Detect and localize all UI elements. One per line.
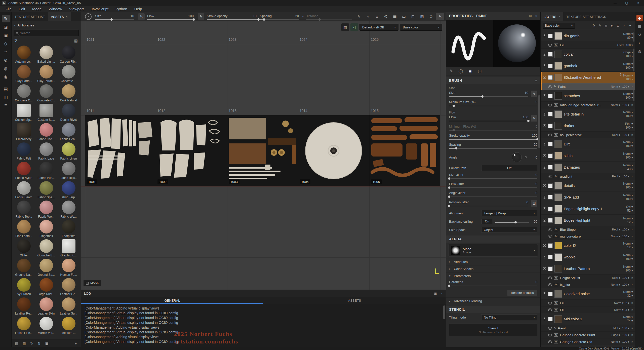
blend-mode-dropdown[interactable]: Cdge ▾: [623, 51, 633, 54]
close-tab-icon[interactable]: ×: [558, 15, 560, 19]
asset-item-ground-na[interactable]: Ground Na...: [13, 259, 35, 278]
slider-flow-jitter[interactable]: [449, 187, 537, 188]
layer-mask-thumbnail[interactable]: [548, 317, 553, 321]
remove-effect-icon[interactable]: ×: [631, 103, 633, 106]
slider-minimum-flow[interactable]: [449, 130, 537, 131]
visibility-eye-icon[interactable]: [548, 104, 552, 106]
opacity-dropdown[interactable]: 100 ▾: [626, 126, 633, 130]
properties-scrollbar[interactable]: [538, 95, 540, 148]
layer-thumbnail[interactable]: [554, 140, 562, 148]
layer-row-damages[interactable]: DamagesNorm ▾43 ▾: [541, 161, 635, 173]
layer-row-80sleatherweathered[interactable]: 80sLeatherWeathered2Norm ▾100 ▾: [541, 71, 635, 83]
blend-mode-dropdown[interactable]: Norm ▾: [623, 290, 633, 294]
blend-mode-dropdown[interactable]: Norm ▾: [623, 253, 633, 257]
opacity-dropdown[interactable]: 100 ▾: [622, 333, 629, 337]
opacity-dropdown[interactable]: 32 ▾: [627, 294, 633, 298]
layer-mask-thumbnail[interactable]: [548, 142, 553, 146]
add-fill-icon[interactable]: ▨: [603, 23, 609, 28]
visibility-eye-icon[interactable]: [543, 318, 546, 320]
layer-thumbnail[interactable]: [554, 242, 562, 249]
blend-mode-dropdown[interactable]: Norm ▾: [611, 283, 620, 286]
collapse-advanced-blending[interactable]: ▸Advanced Blending: [446, 297, 540, 304]
blend-mode-dropdown[interactable]: Norm ▾: [623, 193, 633, 197]
menu-edit[interactable]: Edit: [15, 6, 29, 12]
blend-mode-dropdown[interactable]: Norm ▾: [623, 217, 633, 220]
asset-item-fingernail[interactable]: Fingernail: [35, 220, 57, 239]
blend-mode-dropdown[interactable]: Norm ▾: [611, 340, 620, 343]
stencil-drop-area[interactable]: StencilNo Resource Selected: [449, 324, 537, 336]
menu-help[interactable]: Help: [131, 6, 146, 12]
visibility-eye-icon[interactable]: [543, 196, 546, 199]
2d-view-button[interactable]: ▭: [399, 13, 408, 20]
blend-mode-dropdown[interactable]: Pthr ▾: [625, 122, 633, 126]
layer-row-paint[interactable]: ✎PaintNorm ▾100 ▾×: [541, 83, 635, 90]
slider-angle-jitter[interactable]: [449, 197, 537, 197]
slider-minimum-size[interactable]: [449, 106, 537, 106]
layer-thumbnail[interactable]: [554, 164, 562, 171]
visibility-eye-icon[interactable]: [543, 292, 546, 295]
asset-item-fabric-puc[interactable]: Fabric Puc...: [35, 162, 57, 181]
asset-item-leather-re[interactable]: Leather Re...: [13, 297, 35, 317]
visibility-eye-icon[interactable]: [543, 53, 546, 56]
opacity-dropdown[interactable]: 100 ▾: [626, 54, 633, 58]
list-view-icon[interactable]: ▤: [14, 340, 20, 346]
baking-mode-button[interactable]: ⊙: [427, 13, 435, 20]
blend-mode-dropdown[interactable]: Repl ▾: [612, 133, 620, 137]
layer-thumbnail[interactable]: [554, 290, 562, 298]
layer-row-gombok[interactable]: gombokNorm ▾100 ▾: [541, 60, 635, 71]
collapse-attributes[interactable]: ▸Attributes: [446, 258, 540, 265]
layer-row-details[interactable]: detailsNorm ▾100 ▾: [541, 180, 635, 191]
asset-item-concrete[interactable]: Concrete ...: [57, 65, 80, 84]
slider-size-jitter[interactable]: [449, 178, 537, 179]
opacity-dropdown[interactable]: 100 ▾: [626, 43, 633, 47]
opacity-dropdown[interactable]: 100 ▾: [622, 133, 629, 137]
layer-row-darker[interactable]: darkerPthr ▾100 ▾: [541, 120, 635, 131]
remove-effect-icon[interactable]: ×: [631, 228, 633, 231]
menu-javascript[interactable]: JavaScript: [87, 6, 112, 12]
collapse-color-spaces[interactable]: ▸Color Spaces: [446, 265, 540, 272]
visibility-eye-icon[interactable]: [543, 256, 546, 258]
layer-thumbnail[interactable]: [554, 152, 562, 160]
layer-row-fx-blur[interactable]: fxfx_blurNorm ▾100 ▾×: [541, 281, 635, 288]
menu-window[interactable]: Window: [45, 6, 66, 12]
visibility-eye-icon[interactable]: [543, 124, 546, 127]
opacity-dropdown[interactable]: 100 ▾: [626, 186, 633, 189]
opacity-dropdown[interactable]: 12 ▾: [627, 220, 633, 224]
slider-backface-culling[interactable]: [495, 222, 529, 223]
blend-mode-dropdown[interactable]: Norm ▾: [623, 74, 633, 77]
symmetry-icon[interactable]: △: [364, 13, 372, 20]
menu-file[interactable]: File: [2, 6, 15, 12]
slider-spacing[interactable]: [449, 148, 537, 149]
radial-symmetry-icon[interactable]: ▲: [373, 13, 381, 20]
layer-mask-thumbnail[interactable]: [548, 94, 553, 98]
geometry-mask-tool[interactable]: ▤: [2, 85, 10, 93]
blend-mode-dropdown[interactable]: Norm ▾: [623, 110, 633, 114]
blend-mode-dropdown[interactable]: Repl ▾: [612, 228, 620, 231]
add-layer-icon[interactable]: +: [627, 23, 633, 28]
asset-item-fabric-top[interactable]: Fabric Top...: [13, 201, 35, 220]
asset-item-fabric-seam[interactable]: Fabric Seam: [13, 181, 35, 201]
import-resources-icon[interactable]: ⇅: [36, 340, 42, 346]
blend-mode-dropdown[interactable]: Norm ▾: [614, 308, 623, 312]
layer-row-edges-highlight[interactable]: Edges HighlightNorm ▾12 ▾: [541, 214, 635, 226]
backface-toggle[interactable]: On: [481, 219, 493, 224]
layer-row-leather-pattern[interactable]: Leather PatternNorm ▾100 ▾: [541, 263, 635, 274]
display-settings-icon[interactable]: ◐: [636, 40, 643, 46]
asset-item-carbon-fib[interactable]: Carbon Fib...: [57, 46, 80, 65]
remove-effect-icon[interactable]: ×: [631, 308, 633, 311]
layer-thumbnail[interactable]: [554, 51, 562, 58]
asset-item-custom-sti[interactable]: Custom Sti...: [35, 104, 57, 123]
visibility-eye-icon[interactable]: [543, 64, 546, 67]
opacity-dropdown[interactable]: 100 ▾: [626, 269, 633, 273]
remove-effect-icon[interactable]: ×: [631, 235, 633, 238]
asset-item-fabric-spa[interactable]: Fabric Spa...: [35, 181, 57, 201]
asset-item-large-rust[interactable]: Large Rust...: [35, 278, 57, 297]
lazy-mouse-icon[interactable]: ✎: [355, 13, 363, 20]
blend-mode-dropdown[interactable]: Norm ▾: [623, 182, 633, 186]
effects-tool[interactable]: ◫: [2, 93, 10, 101]
blend-mode-dropdown[interactable]: Repl ▾: [612, 276, 620, 280]
blend-mode-dropdown[interactable]: Ovl ▾: [626, 205, 633, 209]
tab-particles[interactable]: ◯: [458, 69, 463, 73]
layer-row-color-l2[interactable]: color l2Norm ▾12 ▾: [541, 240, 635, 251]
tab-layers[interactable]: LAYERS×: [541, 12, 563, 21]
